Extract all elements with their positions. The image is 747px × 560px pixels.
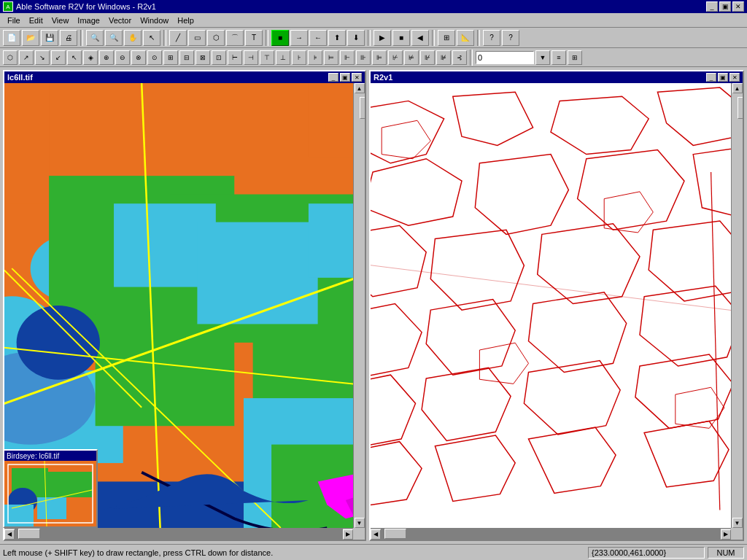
tb-arrow-r[interactable]: → bbox=[290, 30, 308, 46]
tb2-10[interactable]: ⊙ bbox=[147, 50, 162, 65]
vector-map-canvas[interactable] bbox=[371, 83, 731, 528]
tb2-5[interactable]: ↖ bbox=[67, 50, 82, 65]
tb2-23[interactable]: ⊪ bbox=[356, 50, 371, 65]
left-maximize[interactable]: ▣ bbox=[340, 73, 350, 82]
tb2-4[interactable]: ↙ bbox=[51, 50, 66, 65]
tb-open[interactable]: 📂 bbox=[22, 30, 39, 46]
left-window-controls[interactable]: _ ▣ ✕ bbox=[328, 73, 362, 82]
right-window-controls[interactable]: _ ▣ ✕ bbox=[706, 73, 740, 82]
tb2-16[interactable]: ⊣ bbox=[244, 50, 258, 65]
menu-view[interactable]: View bbox=[47, 15, 74, 26]
tb-arrow-l[interactable]: ← bbox=[309, 30, 327, 46]
tb-zoom-out[interactable]: 🔍 bbox=[105, 30, 123, 46]
tb-new[interactable]: 📄 bbox=[3, 30, 20, 46]
tb2-dropdown[interactable]: ▼ bbox=[535, 50, 550, 65]
tb-save[interactable]: 💾 bbox=[41, 30, 58, 46]
tb2-13[interactable]: ⊠ bbox=[196, 50, 210, 65]
left-scroll-right[interactable]: ▶ bbox=[343, 529, 353, 540]
tb2-9[interactable]: ⊗ bbox=[131, 50, 146, 65]
tb-grid[interactable]: ⊞ bbox=[438, 30, 455, 46]
right-scroll-up[interactable]: ▲ bbox=[732, 83, 743, 93]
left-vscroll[interactable]: ▲ ▼ bbox=[353, 83, 365, 528]
tb-green-sq[interactable]: ■ bbox=[271, 30, 289, 46]
tb2-2[interactable]: ↗ bbox=[19, 50, 34, 65]
toolbar2-input[interactable] bbox=[476, 51, 534, 64]
tb2-list[interactable]: ≡ bbox=[551, 50, 566, 65]
tb-back[interactable]: ◀ bbox=[411, 30, 429, 46]
minimize-button[interactable]: _ bbox=[706, 1, 718, 12]
menu-edit[interactable]: Edit bbox=[25, 15, 47, 26]
menu-help[interactable]: Help bbox=[173, 15, 198, 26]
close-button[interactable]: ✕ bbox=[732, 1, 744, 12]
right-hscroll-thumb[interactable] bbox=[384, 529, 406, 539]
menu-file[interactable]: File bbox=[3, 15, 25, 26]
right-scroll-right[interactable]: ▶ bbox=[721, 529, 731, 540]
tb2-22[interactable]: ⊩ bbox=[340, 50, 355, 65]
tb2-7[interactable]: ⊕ bbox=[99, 50, 114, 65]
right-scroll-thumb[interactable] bbox=[738, 97, 743, 119]
tb2-props[interactable]: ⊞ bbox=[568, 50, 582, 65]
right-hscroll[interactable]: ◀ ▶ bbox=[371, 528, 731, 540]
tb-measure[interactable]: 📐 bbox=[457, 30, 474, 46]
sep1 bbox=[80, 30, 83, 46]
tb-zoom-in[interactable]: 🔍 bbox=[86, 30, 104, 46]
tb-print[interactable]: 🖨 bbox=[60, 30, 77, 46]
tb2-18[interactable]: ⊥ bbox=[276, 50, 290, 65]
tb2-8[interactable]: ⊖ bbox=[115, 50, 130, 65]
tb2-3[interactable]: ↘ bbox=[35, 50, 50, 65]
tb-curve[interactable]: ⌒ bbox=[226, 30, 244, 46]
birdseye-content[interactable] bbox=[4, 461, 96, 526]
tb2-21[interactable]: ⊨ bbox=[324, 50, 338, 65]
tb2-20[interactable]: ⊧ bbox=[308, 50, 322, 65]
left-scroll-left[interactable]: ◀ bbox=[4, 529, 15, 540]
left-hscroll-thumb[interactable] bbox=[18, 529, 40, 539]
tb2-6[interactable]: ◈ bbox=[83, 50, 98, 65]
tb-stop[interactable]: ■ bbox=[392, 30, 410, 46]
left-scroll-up[interactable]: ▲ bbox=[355, 83, 365, 93]
right-close[interactable]: ✕ bbox=[729, 73, 740, 82]
right-vscroll[interactable]: ▲ ▼ bbox=[731, 83, 743, 528]
tb2-26[interactable]: ⊭ bbox=[404, 50, 419, 65]
maximize-button[interactable]: ▣ bbox=[719, 1, 731, 12]
tb2-28[interactable]: ⊯ bbox=[436, 50, 451, 65]
tb-select[interactable]: ↖ bbox=[143, 30, 160, 46]
right-scroll-down[interactable]: ▼ bbox=[732, 518, 743, 528]
tb-help[interactable]: ? bbox=[483, 30, 500, 46]
tb-pan[interactable]: ✋ bbox=[124, 30, 142, 46]
menu-vector[interactable]: Vector bbox=[104, 15, 136, 26]
tb2-14[interactable]: ⊡ bbox=[212, 50, 226, 65]
tb2-12[interactable]: ⊟ bbox=[179, 50, 194, 65]
svg-rect-11 bbox=[309, 203, 353, 278]
tb2-11[interactable]: ⊞ bbox=[163, 50, 178, 65]
right-scroll-left[interactable]: ◀ bbox=[371, 529, 381, 540]
left-hscroll[interactable]: ◀ ▶ bbox=[4, 528, 353, 540]
svg-rect-29 bbox=[371, 83, 731, 528]
status-coordinates: {233.0000,461.0000} bbox=[588, 547, 705, 559]
tb2-19[interactable]: ⊦ bbox=[292, 50, 306, 65]
tb-line[interactable]: ╱ bbox=[169, 30, 187, 46]
left-scroll-down[interactable]: ▼ bbox=[355, 518, 365, 528]
title-bar-left: A Able Software R2V for Windows - R2v1 bbox=[3, 1, 156, 12]
tb2-24[interactable]: ⊫ bbox=[372, 50, 387, 65]
tb-rect[interactable]: ▭ bbox=[188, 30, 206, 46]
menu-window[interactable]: Window bbox=[136, 15, 173, 26]
tb-up[interactable]: ⬆ bbox=[328, 30, 346, 46]
menu-image[interactable]: Image bbox=[73, 15, 104, 26]
tb-help2[interactable]: ? bbox=[502, 30, 519, 46]
left-scroll-thumb[interactable] bbox=[360, 97, 365, 119]
tb-play[interactable]: ▶ bbox=[374, 30, 391, 46]
tb2-25[interactable]: ⊬ bbox=[388, 50, 403, 65]
tb-poly[interactable]: ⬡ bbox=[207, 30, 225, 46]
tb-down[interactable]: ⬇ bbox=[347, 30, 365, 46]
right-maximize[interactable]: ▣ bbox=[718, 73, 728, 82]
tb2-1[interactable]: ⬡ bbox=[3, 50, 18, 65]
left-minimize[interactable]: _ bbox=[328, 73, 338, 82]
tb2-29[interactable]: ⊰ bbox=[452, 50, 467, 65]
title-bar-controls[interactable]: _ ▣ ✕ bbox=[706, 1, 744, 12]
left-close[interactable]: ✕ bbox=[352, 73, 362, 82]
tb2-15[interactable]: ⊢ bbox=[228, 50, 242, 65]
tb2-17[interactable]: ⊤ bbox=[260, 50, 274, 65]
tb2-27[interactable]: ⊮ bbox=[420, 50, 435, 65]
right-minimize[interactable]: _ bbox=[706, 73, 716, 82]
tb-text[interactable]: T bbox=[245, 30, 263, 46]
